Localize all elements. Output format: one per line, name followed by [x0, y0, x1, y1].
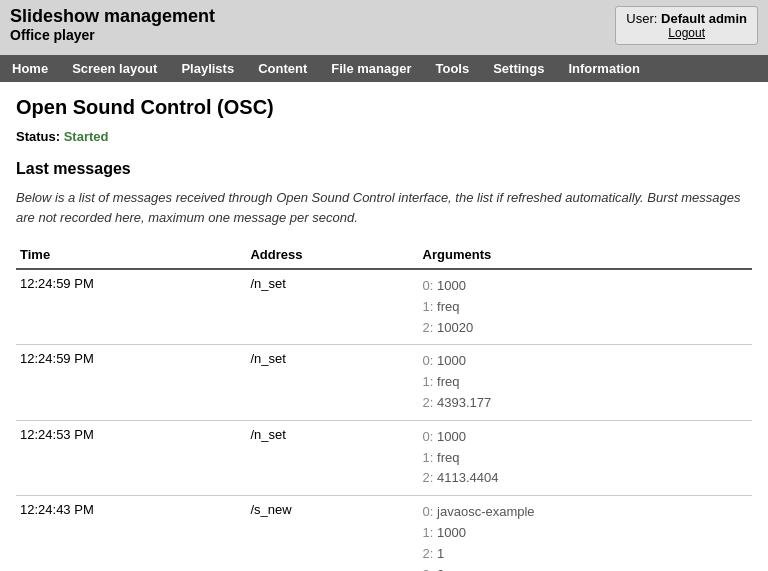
- logout-link[interactable]: Logout: [626, 26, 747, 40]
- arg-index: 1:: [423, 299, 434, 314]
- arg-line: 0: 1000: [423, 427, 744, 448]
- arg-index: 2:: [423, 546, 434, 561]
- cell-time: 12:24:59 PM: [16, 269, 246, 345]
- arg-index: 3:: [423, 567, 434, 571]
- nav-item-tools[interactable]: Tools: [423, 55, 481, 82]
- table-row: 12:24:43 PM/s_new0: javaosc-example1: 10…: [16, 496, 752, 571]
- table-col-arguments: Arguments: [419, 243, 752, 269]
- main-content: Open Sound Control (OSC) Status: Started…: [0, 82, 768, 571]
- arg-line: 2: 10020: [423, 318, 744, 339]
- cell-arguments: 0: 10001: freq2: 4393.177: [419, 345, 752, 420]
- nav-item-file-manager[interactable]: File manager: [319, 55, 423, 82]
- last-messages-title: Last messages: [16, 160, 752, 178]
- cell-address: /n_set: [246, 345, 418, 420]
- status-label: Status:: [16, 129, 60, 144]
- cell-time: 12:24:59 PM: [16, 345, 246, 420]
- arg-index: 0:: [423, 504, 434, 519]
- table-col-address: Address: [246, 243, 418, 269]
- table-row: 12:24:59 PM/n_set0: 10001: freq2: 4393.1…: [16, 345, 752, 420]
- cell-time: 12:24:43 PM: [16, 496, 246, 571]
- header: Slideshow management Office player User:…: [0, 0, 768, 55]
- arg-value: freq: [433, 299, 459, 314]
- description: Below is a list of messages received thr…: [16, 188, 752, 227]
- table-row: 12:24:59 PM/n_set0: 10001: freq2: 10020: [16, 269, 752, 345]
- user-label: User:: [626, 11, 657, 26]
- nav-item-home[interactable]: Home: [0, 55, 60, 82]
- nav-item-content[interactable]: Content: [246, 55, 319, 82]
- arg-index: 0:: [423, 429, 434, 444]
- arg-line: 2: 4393.177: [423, 393, 744, 414]
- osc-table: TimeAddressArguments 12:24:59 PM/n_set0:…: [16, 243, 752, 571]
- cell-address: /s_new: [246, 496, 418, 571]
- nav-item-screen-layout[interactable]: Screen layout: [60, 55, 169, 82]
- arg-value: 1000: [433, 278, 466, 293]
- cell-arguments: 0: javaosc-example1: 10002: 13: 04: freq…: [419, 496, 752, 571]
- nav-item-playlists[interactable]: Playlists: [169, 55, 246, 82]
- nav-item-settings[interactable]: Settings: [481, 55, 556, 82]
- nav-item-information[interactable]: Information: [556, 55, 652, 82]
- arg-line: 0: 1000: [423, 351, 744, 372]
- cell-address: /n_set: [246, 420, 418, 495]
- arg-index: 2:: [423, 320, 434, 335]
- status-value: Started: [64, 129, 109, 144]
- status-line: Status: Started: [16, 129, 752, 144]
- table-col-time: Time: [16, 243, 246, 269]
- arg-line: 0: javaosc-example: [423, 502, 744, 523]
- cell-address: /n_set: [246, 269, 418, 345]
- cell-arguments: 0: 10001: freq2: 4113.4404: [419, 420, 752, 495]
- arg-value: 1000: [433, 525, 466, 540]
- table-body: 12:24:59 PM/n_set0: 10001: freq2: 100201…: [16, 269, 752, 571]
- table-row: 12:24:53 PM/n_set0: 10001: freq2: 4113.4…: [16, 420, 752, 495]
- arg-line: 2: 4113.4404: [423, 468, 744, 489]
- arg-value: freq: [433, 374, 459, 389]
- arg-value: 4393.177: [433, 395, 491, 410]
- arg-value: 10020: [433, 320, 473, 335]
- arg-value: 4113.4404: [433, 470, 498, 485]
- arg-value: 1000: [433, 429, 466, 444]
- arg-line: 1: freq: [423, 297, 744, 318]
- arg-value: 1000: [433, 353, 466, 368]
- arg-value: freq: [433, 450, 459, 465]
- cell-time: 12:24:53 PM: [16, 420, 246, 495]
- arg-line: 1: freq: [423, 448, 744, 469]
- arg-index: 1:: [423, 374, 434, 389]
- arg-index: 0:: [423, 353, 434, 368]
- arg-value: 0: [433, 567, 444, 571]
- cell-arguments: 0: 10001: freq2: 10020: [419, 269, 752, 345]
- arg-index: 1:: [423, 450, 434, 465]
- arg-line: 2: 1: [423, 544, 744, 565]
- arg-line: 1: 1000: [423, 523, 744, 544]
- arg-line: 1: freq: [423, 372, 744, 393]
- navigation: HomeScreen layoutPlaylistsContentFile ma…: [0, 55, 768, 82]
- arg-index: 0:: [423, 278, 434, 293]
- user-box: User: Default admin Logout: [615, 6, 758, 45]
- arg-value: javaosc-example: [433, 504, 534, 519]
- arg-line: 0: 1000: [423, 276, 744, 297]
- arg-value: 1: [433, 546, 444, 561]
- table-header: TimeAddressArguments: [16, 243, 752, 269]
- arg-line: 3: 0: [423, 565, 744, 571]
- page-title: Open Sound Control (OSC): [16, 96, 752, 119]
- arg-index: 1:: [423, 525, 434, 540]
- arg-index: 2:: [423, 395, 434, 410]
- user-name: Default admin: [661, 11, 747, 26]
- arg-index: 2:: [423, 470, 434, 485]
